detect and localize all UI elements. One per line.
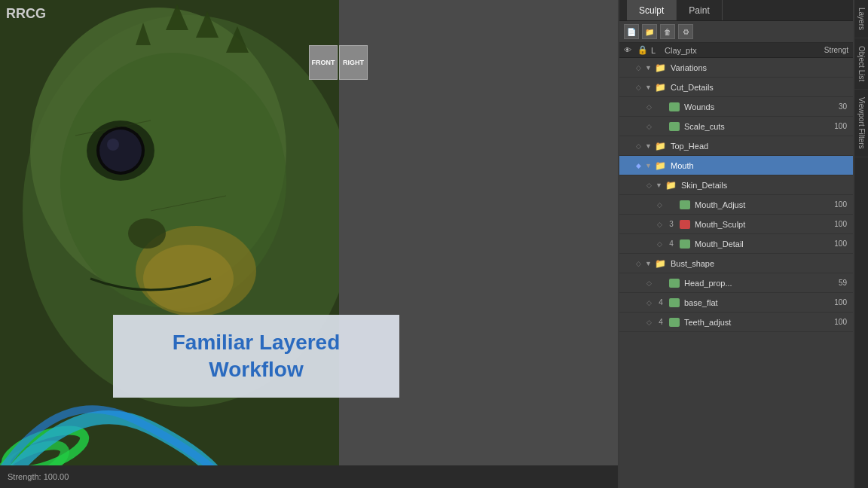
- layer-name-mouth: Mouth: [668, 161, 850, 170]
- layer-visibility-mouth[interactable]: ◆: [633, 160, 643, 171]
- layer-strength-base-flat: 100: [823, 298, 850, 307]
- right-panel: Sculpt Paint 📄 📁 🗑 ⚙ 👁 🔒 L Clay_ptx Stre…: [619, 0, 853, 488]
- layer-strength-teeth-adjust: 100: [823, 318, 850, 326]
- folder-icon-cut-details: 📁: [654, 82, 666, 93]
- overlay-banner: Familiar Layered Workflow: [113, 315, 399, 398]
- layer-type-icon-head-prop: [669, 279, 680, 288]
- header-brush: Clay_ptx: [665, 46, 808, 55]
- header-L: L: [651, 46, 662, 55]
- layer-name-scale-cuts: Scale_cuts: [681, 122, 821, 131]
- vert-tab-layers[interactable]: Layers: [854, 0, 868, 38]
- layer-strength-wounds: 30: [823, 102, 850, 111]
- viewport-dark-area: [339, 0, 618, 488]
- new-layer-icon[interactable]: 📄: [624, 24, 639, 39]
- layer-name-top-head: Top_Head: [668, 142, 850, 151]
- layer-name-base-flat: base_flat: [681, 298, 821, 307]
- layer-visibility-mouth-adjust[interactable]: ◇: [654, 200, 665, 210]
- layer-item-teeth-adjust[interactable]: ◇4Teeth_adjust100: [619, 313, 853, 332]
- folder-icon[interactable]: 📁: [642, 24, 657, 39]
- svg-point-7: [107, 139, 119, 151]
- layer-name-skin-details: Skin_Details: [678, 181, 850, 190]
- folder-expand-mouth[interactable]: ▼: [645, 162, 653, 169]
- layer-type-icon-mouth-detail: [680, 239, 690, 249]
- right-vertical-tabs: Layers Object List Viewport Filters: [854, 0, 868, 488]
- tab-paint[interactable]: Paint: [677, 0, 722, 20]
- nav-cube-front[interactable]: FRONT: [309, 45, 338, 80]
- folder-expand-skin-details[interactable]: ▼: [656, 181, 663, 189]
- brand-label: RRCG: [6, 6, 46, 22]
- vert-tab-viewport-filters[interactable]: Viewport Filters: [854, 90, 868, 157]
- layer-item-mouth[interactable]: ◆▼📁Mouth: [619, 156, 853, 175]
- folder-icon-bust-shape: 📁: [654, 258, 666, 269]
- layer-type-icon-base-flat: [669, 298, 680, 307]
- header-strength: Strengt: [811, 46, 848, 54]
- header-eye: 👁: [624, 46, 634, 54]
- sculpt-paint-tabs: Sculpt Paint: [619, 0, 853, 21]
- layer-name-head-prop: Head_prop...: [681, 279, 821, 288]
- layers-list[interactable]: ◇▼📁Variations◇▼📁Cut_Details◇Wounds30◇Sca…: [619, 58, 853, 488]
- layers-header: 👁 🔒 L Clay_ptx Strengt: [619, 43, 853, 58]
- layer-name-variations: Variations: [668, 63, 850, 72]
- strength-label: Strength: 100.00: [8, 472, 69, 481]
- layer-item-bust-shape[interactable]: ◇▼📁Bust_shape: [619, 254, 853, 273]
- overlay-text: Familiar Layered Workflow: [173, 329, 341, 384]
- layer-visibility-cut-details[interactable]: ◇: [633, 82, 643, 93]
- layer-visibility-mouth-sculpt[interactable]: ◇: [654, 219, 665, 230]
- header-lock: 🔒: [637, 45, 648, 55]
- layer-item-mouth-adjust[interactable]: ◇Mouth_Adjust100: [619, 195, 853, 215]
- vert-tab-object-list[interactable]: Object List: [854, 38, 868, 90]
- layer-item-variations[interactable]: ◇▼📁Variations: [619, 58, 853, 78]
- layer-name-cut-details: Cut_Details: [668, 83, 850, 92]
- layer-type-icon-teeth-adjust: [669, 318, 680, 327]
- layer-visibility-wounds[interactable]: ◇: [643, 102, 654, 112]
- layer-type-icon-scale-cuts: [669, 122, 680, 131]
- layer-visibility-top-head[interactable]: ◇: [633, 141, 643, 151]
- layer-item-mouth-sculpt[interactable]: ◇3Mouth_Sculpt100: [619, 215, 853, 234]
- layer-name-teeth-adjust: Teeth_adjust: [681, 318, 821, 327]
- layer-item-cut-details[interactable]: ◇▼📁Cut_Details: [619, 78, 853, 97]
- layer-visibility-variations[interactable]: ◇: [633, 63, 643, 73]
- layer-item-skin-details[interactable]: ◇▼📁Skin_Details: [619, 175, 853, 195]
- layer-strength-head-prop: 59: [823, 279, 850, 287]
- layer-visibility-scale-cuts[interactable]: ◇: [643, 121, 654, 132]
- settings-icon[interactable]: ⚙: [678, 24, 693, 39]
- layer-name-mouth-detail: Mouth_Detail: [692, 239, 821, 249]
- main-viewport: FRONT RIGHT RRCG Familiar Layered Workfl…: [0, 0, 618, 488]
- layer-num-teeth-adjust: 4: [656, 318, 666, 326]
- folder-expand-cut-details[interactable]: ▼: [645, 84, 653, 91]
- folder-icon-top-head: 📁: [654, 141, 666, 151]
- layer-visibility-bust-shape[interactable]: ◇: [633, 258, 643, 269]
- layer-visibility-mouth-detail[interactable]: ◇: [654, 239, 665, 249]
- folder-expand-bust-shape[interactable]: ▼: [645, 260, 653, 267]
- layer-visibility-base-flat[interactable]: ◇: [643, 297, 654, 308]
- layer-strength-scale-cuts: 100: [823, 122, 850, 130]
- layer-name-wounds: Wounds: [681, 102, 821, 111]
- folder-expand-top-head[interactable]: ▼: [645, 142, 653, 150]
- layer-strength-mouth-sculpt: 100: [823, 220, 850, 228]
- folder-expand-variations[interactable]: ▼: [645, 64, 653, 72]
- layer-item-head-prop[interactable]: ◇Head_prop...59: [619, 273, 853, 293]
- layer-visibility-teeth-adjust[interactable]: ◇: [643, 317, 654, 328]
- svg-point-14: [128, 218, 166, 249]
- svg-point-6: [99, 130, 142, 172]
- layer-name-mouth-adjust: Mouth_Adjust: [692, 200, 821, 209]
- folder-icon-skin-details: 📁: [665, 180, 677, 191]
- layer-item-mouth-detail[interactable]: ◇4Mouth_Detail100: [619, 234, 853, 254]
- layer-strength-mouth-detail: 100: [823, 239, 850, 248]
- nav-cube[interactable]: FRONT RIGHT: [309, 45, 369, 83]
- layer-item-top-head[interactable]: ◇▼📁Top_Head: [619, 136, 853, 156]
- panel-toolbar: 📄 📁 🗑 ⚙: [619, 21, 853, 43]
- layer-item-scale-cuts[interactable]: ◇Scale_cuts100: [619, 117, 853, 136]
- layer-visibility-head-prop[interactable]: ◇: [643, 278, 654, 288]
- tab-sculpt[interactable]: Sculpt: [627, 0, 677, 20]
- delete-icon[interactable]: 🗑: [660, 24, 675, 39]
- layer-num-mouth-detail: 4: [666, 239, 677, 248]
- layer-visibility-skin-details[interactable]: ◇: [643, 180, 654, 191]
- layer-num-mouth-sculpt: 3: [666, 220, 677, 228]
- layer-name-bust-shape: Bust_shape: [668, 259, 850, 268]
- layer-type-icon-mouth-sculpt: [680, 220, 690, 229]
- nav-cube-right[interactable]: RIGHT: [339, 45, 368, 80]
- layer-item-base-flat[interactable]: ◇4base_flat100: [619, 293, 853, 313]
- layer-name-mouth-sculpt: Mouth_Sculpt: [692, 220, 821, 229]
- layer-item-wounds[interactable]: ◇Wounds30: [619, 97, 853, 117]
